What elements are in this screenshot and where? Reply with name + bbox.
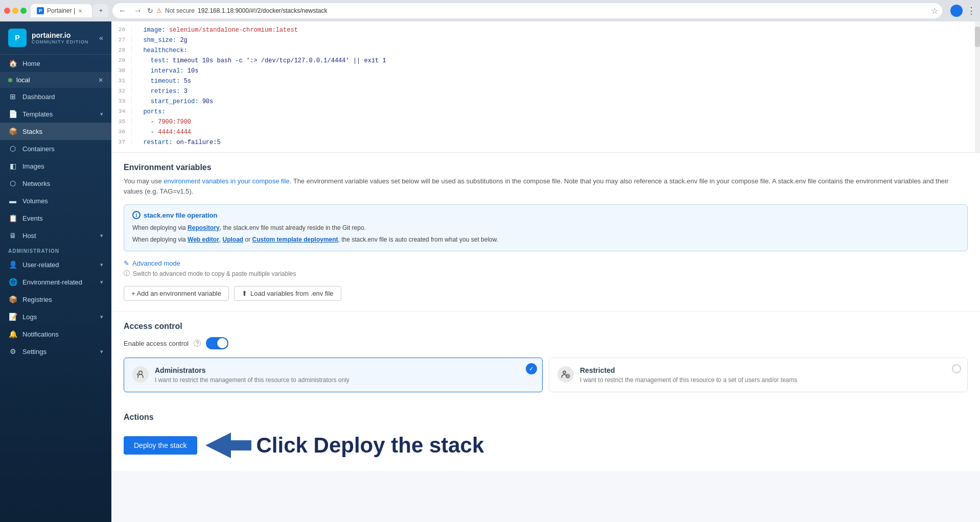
code-line-30: 30 interval: 10s — [111, 66, 980, 77]
env-action-buttons: + Add an environment variable ⬆ Load var… — [124, 286, 968, 301]
sidebar-item-registries[interactable]: 📦 Registries — [0, 291, 111, 308]
sidebar-item-logs[interactable]: 📝 Logs ▾ — [0, 308, 111, 325]
scrollbar-thumb[interactable] — [975, 27, 980, 47]
code-line-27: 27 shm_size: 2g — [111, 36, 980, 46]
add-env-variable-button[interactable]: + Add an environment variable — [124, 286, 229, 301]
window-close-btn[interactable] — [4, 8, 10, 14]
sidebar-item-networks[interactable]: ⬡ Networks — [0, 175, 111, 192]
window-minimize-btn[interactable] — [12, 8, 18, 14]
code-line-37: 37 restart: on-failure:5 — [111, 138, 980, 148]
administrators-info: Administrators I want to restrict the ma… — [155, 366, 534, 384]
window-maximize-btn[interactable] — [20, 8, 27, 14]
sidebar-item-label: User-related — [22, 261, 59, 269]
sidebar-item-settings[interactable]: ⚙ Settings ▾ — [0, 343, 111, 360]
line-number: 30 — [111, 66, 132, 74]
local-status-dot — [8, 78, 12, 82]
sidebar-item-events[interactable]: 📋 Events — [0, 209, 111, 227]
line-content: timeout: 5s — [136, 77, 191, 86]
access-control-help-icon[interactable]: ? — [194, 340, 201, 347]
info-box-title: i stack.env file operation — [132, 211, 959, 219]
new-tab-btn[interactable]: + — [93, 4, 108, 17]
sidebar-collapse-button[interactable]: « — [99, 34, 103, 42]
repository-link[interactable]: Repository — [188, 224, 220, 231]
local-environment-header[interactable]: local ✕ — [0, 72, 111, 88]
forward-button[interactable]: → — [132, 5, 144, 16]
sidebar-item-volumes[interactable]: ▬ Volumes — [0, 192, 111, 209]
edit-icon: ✎ — [124, 259, 129, 267]
sidebar-item-label: Events — [22, 215, 43, 222]
line-number: 26 — [111, 26, 132, 33]
web-editor-link[interactable]: Web editor — [188, 236, 219, 243]
logo-main-text: portainer.io — [32, 31, 88, 39]
stack-env-info-box: i stack.env file operation When deployin… — [124, 204, 968, 251]
images-icon: ◧ — [8, 162, 17, 170]
sidebar-item-dashboard[interactable]: ⊞ Dashboard — [0, 88, 111, 105]
sidebar-item-label: Dashboard — [22, 93, 55, 101]
logo-icon: P — [8, 29, 27, 47]
access-control-section: Access control Enable access control ? — [111, 311, 980, 402]
deploy-row: Deploy the stack Click Deploy the stack — [124, 430, 968, 461]
browser-window-controls — [4, 8, 27, 14]
access-control-title: Access control — [124, 322, 968, 331]
code-line-35: 35 - 7900:7900 — [111, 117, 980, 128]
code-line-32: 32 retries: 3 — [111, 87, 980, 97]
sidebar-item-home[interactable]: 🏠 Home — [0, 55, 111, 72]
bookmark-button[interactable]: ☆ — [931, 6, 938, 16]
back-button[interactable]: ← — [116, 5, 129, 16]
refresh-button[interactable]: ↻ — [147, 7, 153, 15]
sidebar-item-environment-related[interactable]: 🌐 Environment-related ▾ — [0, 273, 111, 291]
custom-template-link[interactable]: Custom template deployment — [252, 236, 338, 243]
sidebar-item-notifications[interactable]: 🔔 Notifications — [0, 325, 111, 343]
sidebar-item-user-related[interactable]: 👤 User-related ▾ — [0, 256, 111, 273]
line-content: retries: 3 — [136, 87, 188, 96]
info-small-icon: ⓘ — [124, 269, 130, 278]
tab-favicon: P — [37, 7, 44, 14]
info-box-line2: When deploying via Web editor, Upload or… — [132, 235, 959, 245]
sidebar-item-stacks[interactable]: 📦 Stacks — [0, 123, 111, 140]
host-icon: 🖥 — [8, 231, 17, 240]
code-line-26: 26 image: selenium/standalone-chromium:l… — [111, 26, 980, 36]
logo-text: portainer.io COMMUNITY EDITION — [32, 31, 88, 44]
more-options-button[interactable]: ⋮ — [967, 5, 976, 16]
active-tab[interactable]: P Portainer | ✕ — [31, 4, 92, 17]
events-icon: 📋 — [8, 214, 17, 222]
sidebar-item-label: Containers — [22, 145, 55, 153]
enable-access-label: Enable access control — [124, 340, 189, 347]
deploy-stack-button[interactable]: Deploy the stack — [124, 436, 197, 455]
logs-icon: 📝 — [8, 313, 17, 321]
address-bar[interactable]: ← → ↻ ⚠ Not secure 192.168.1.18:9000/#!/… — [112, 3, 942, 18]
access-control-toggle[interactable] — [206, 337, 228, 349]
chevron-down-icon: ▾ — [100, 279, 103, 286]
upload-icon: ⬆ — [242, 290, 247, 297]
sidebar-item-host[interactable]: 🖥 Host ▾ — [0, 227, 111, 244]
line-content: image: selenium/standalone-chromium:late… — [136, 26, 298, 35]
sidebar-item-label: Notifications — [22, 330, 59, 338]
sidebar-item-templates[interactable]: 📄 Templates ▾ — [0, 105, 111, 123]
scrollbar-track[interactable] — [975, 21, 980, 152]
advanced-mode-toggle[interactable]: ✎ Advanced mode — [124, 259, 968, 267]
restricted-radio-unselected — [952, 364, 961, 373]
svg-point-0 — [139, 371, 143, 375]
code-editor-area: 26 image: selenium/standalone-chromium:l… — [111, 21, 980, 153]
line-content: - 4444:4444 — [136, 128, 191, 137]
administrators-access-card[interactable]: Administrators I want to restrict the ma… — [124, 358, 543, 392]
networks-icon: ⬡ — [8, 179, 17, 187]
line-content: shm_size: 2g — [136, 36, 188, 45]
sidebar-item-containers[interactable]: ⬡ Containers — [0, 140, 111, 157]
svg-line-2 — [137, 374, 138, 375]
load-env-file-button[interactable]: ⬆ Load variables from .env file — [234, 286, 341, 301]
advanced-mode-hint: ⓘ Switch to advanced mode to copy & past… — [124, 269, 968, 278]
restricted-access-card[interactable]: Restricted I want to restrict the manage… — [549, 358, 968, 392]
code-editor[interactable]: 26 image: selenium/standalone-chromium:l… — [111, 21, 980, 152]
tab-close-icon[interactable]: ✕ — [78, 8, 82, 14]
line-number: 28 — [111, 46, 132, 53]
sidebar-item-label: Images — [22, 162, 44, 170]
load-env-label: Load variables from .env file — [250, 290, 334, 297]
browser-chrome: P Portainer | ✕ + ← → ↻ ⚠ Not secure 192… — [0, 0, 980, 21]
toggle-knob — [217, 338, 227, 348]
profile-avatar[interactable] — [950, 5, 963, 17]
env-desc-link[interactable]: environment variables in your compose fi… — [164, 177, 289, 185]
sidebar-item-images[interactable]: ◧ Images — [0, 157, 111, 175]
local-close-icon[interactable]: ✕ — [98, 77, 103, 84]
upload-link[interactable]: Upload — [223, 236, 244, 243]
